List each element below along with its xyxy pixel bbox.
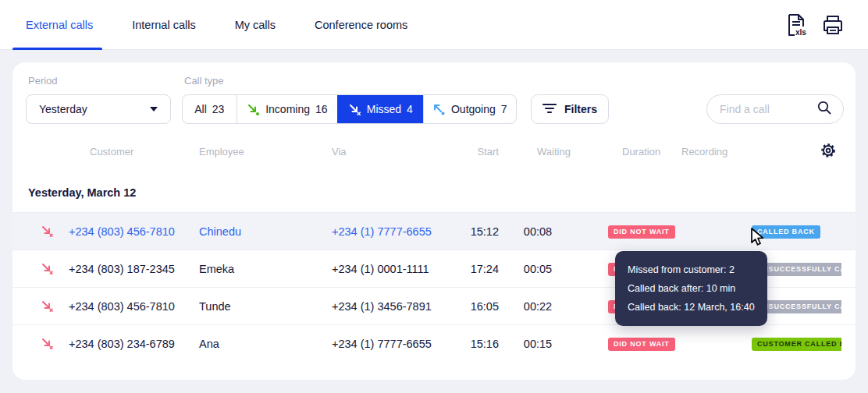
customer-number[interactable]: +234 (803) 456-7810 [69, 300, 199, 313]
start-time: 17:24 [449, 263, 499, 275]
waiting-time: 00:08 [499, 225, 577, 238]
via-number[interactable]: +234 (1) 0001-1111 [332, 263, 449, 275]
via-number-link[interactable]: +234 (1) 7777-6655 [332, 225, 449, 238]
search-icon[interactable] [816, 100, 832, 119]
customer-number-link[interactable]: +234 (803) 456-7810 [69, 225, 199, 238]
tooltip-line: Called back: 12 March, 16:40 [628, 298, 755, 317]
tooltip-line: Missed from customer: 2 [628, 260, 755, 279]
tab-external-calls[interactable]: External calls [26, 19, 93, 31]
mouse-cursor [749, 228, 767, 251]
col-customer: Customer [69, 146, 199, 158]
waiting-time: 00:22 [499, 300, 577, 313]
employee-name[interactable]: Emeka [199, 263, 332, 275]
segment-incoming[interactable]: Incoming 16 [237, 95, 337, 123]
calls-table: Customer Employee Via Start Waiting Dura… [12, 137, 856, 362]
employee-name[interactable]: Ana [199, 338, 332, 350]
start-time: 15:16 [449, 338, 499, 350]
segment-outgoing[interactable]: Outgoing 7 [423, 95, 516, 123]
period-select[interactable]: Yesterday [26, 94, 171, 124]
missed-call-row-icon [28, 225, 69, 238]
called-back-tooltip: Missed from customer: 2 Called back afte… [615, 251, 767, 326]
period-value: Yesterday [39, 103, 87, 115]
missed-call-row-icon [28, 262, 69, 275]
chevron-down-icon [150, 107, 158, 112]
active-tab-indicator [12, 48, 102, 50]
status-badge: DID NOT WAIT [608, 338, 675, 351]
call-type-segmented-control: All 23 Incoming 16 Missed 4 [182, 94, 517, 124]
date-group-header: Yesterday, March 12 [12, 165, 856, 212]
via-number[interactable]: +234 (1) 3456-7891 [332, 300, 449, 313]
filter-icon [542, 103, 557, 116]
col-via: Via [332, 146, 449, 158]
col-start: Start [449, 146, 499, 158]
col-recording: Recording [678, 146, 841, 158]
outgoing-call-icon [432, 103, 446, 116]
start-time: 16:05 [449, 300, 499, 313]
table-row[interactable]: +234 (803) 456-7810 Chinedu +234 (1) 777… [12, 212, 856, 250]
missed-call-icon [348, 103, 361, 116]
search-field [706, 94, 844, 124]
missed-call-row-icon [28, 337, 69, 350]
via-number[interactable]: +234 (1) 7777-6655 [332, 338, 449, 350]
col-duration: Duration [577, 146, 678, 158]
employee-name[interactable]: Tunde [199, 300, 332, 313]
table-settings-gear-icon[interactable] [820, 142, 837, 161]
top-tab-bar: External calls Internal calls My calls C… [0, 0, 868, 50]
print-icon[interactable] [821, 13, 845, 37]
tab-my-calls[interactable]: My calls [235, 19, 276, 31]
col-employee: Employee [199, 146, 332, 158]
filters-button[interactable]: Filters [531, 94, 609, 124]
table-header-row: Customer Employee Via Start Waiting Dura… [12, 137, 856, 165]
recording-status-badge[interactable]: CUSTOMER CALLED BACK [752, 338, 841, 351]
tab-conference-rooms[interactable]: Conference rooms [315, 19, 407, 31]
incoming-call-icon [247, 103, 260, 116]
tooltip-line: Called back after: 10 min [628, 279, 755, 298]
tabs: External calls Internal calls My calls C… [26, 0, 407, 49]
segment-all[interactable]: All 23 [183, 95, 237, 123]
call-type-label: Call type [184, 75, 224, 87]
segment-missed[interactable]: Missed 4 [337, 95, 422, 123]
missed-call-row-icon [28, 299, 69, 313]
customer-number[interactable]: +234 (803) 234-6789 [69, 338, 199, 350]
col-waiting: Waiting [499, 146, 577, 158]
customer-number[interactable]: +234 (803) 187-2345 [69, 263, 199, 275]
search-input[interactable] [720, 103, 812, 115]
tab-internal-calls[interactable]: Internal calls [132, 19, 195, 31]
period-label: Period [28, 75, 58, 87]
table-row[interactable]: +234 (803) 234-6789 Ana +234 (1) 7777-66… [12, 324, 856, 362]
waiting-time: 00:05 [499, 263, 577, 275]
svg-text:xls: xls [795, 28, 806, 37]
start-time: 15:12 [449, 225, 499, 238]
status-badge: DID NOT WAIT [608, 225, 675, 239]
employee-link[interactable]: Chinedu [199, 225, 332, 238]
export-xls-icon[interactable]: xls [785, 12, 807, 37]
waiting-time: 00:15 [499, 338, 577, 350]
calls-panel: Period Yesterday Call type All 23 Incomi… [12, 62, 856, 380]
